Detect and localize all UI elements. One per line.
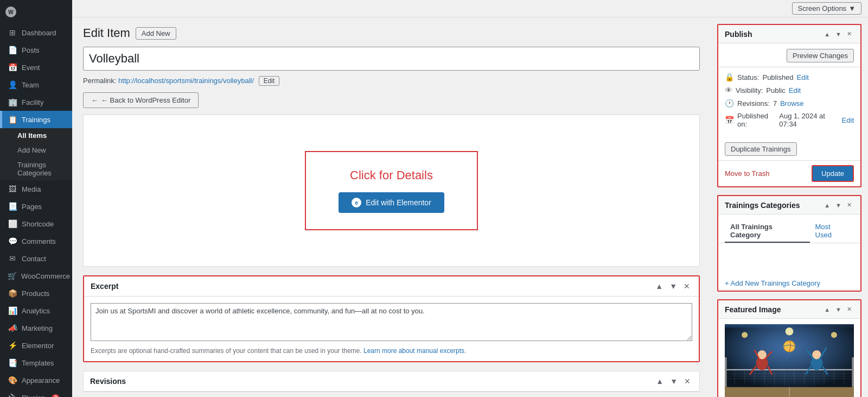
sidebar-item-label: Pages xyxy=(22,203,42,211)
most-used-tab[interactable]: Most Used xyxy=(810,220,854,243)
move-to-trash-link[interactable]: Move to Trash xyxy=(725,169,769,178)
sidebar-item-trainings[interactable]: 📋 Trainings xyxy=(0,111,72,128)
add-new-trainings-category-link[interactable]: + Add New Trainings Category xyxy=(718,276,860,291)
appearance-icon: 🎨 xyxy=(8,376,17,385)
status-icon: 🔒 xyxy=(725,73,734,81)
sidebar-item-pages[interactable]: 📃 Pages xyxy=(0,198,72,215)
publish-info: 🔒 Status: Published Edit 👁 Visibility: P… xyxy=(718,67,860,138)
featured-image-container[interactable]: Click the image to edit or update Remove… xyxy=(718,319,860,397)
sidebar-item-plugins[interactable]: 🔌 Plugins 2 xyxy=(0,389,72,397)
sidebar-item-comments[interactable]: 💬 Comments xyxy=(0,232,72,250)
revisions-collapse-down[interactable]: ▼ xyxy=(668,376,680,387)
sidebar-item-label: Trainings xyxy=(22,116,50,124)
duplicate-trainings-button[interactable]: Duplicate Trainings xyxy=(725,142,797,156)
posts-icon: 📄 xyxy=(8,46,17,54)
excerpt-collapse-up[interactable]: ▲ xyxy=(653,281,665,292)
visibility-edit-link[interactable]: Edit xyxy=(789,86,801,94)
sidebar-item-team[interactable]: 👤 Team xyxy=(0,76,72,93)
permalink-label: Permalink: xyxy=(83,77,116,85)
back-to-editor-button[interactable]: ← ← Back to WordPress Editor xyxy=(83,92,199,108)
sidebar-item-analytics[interactable]: 📊 Analytics xyxy=(0,302,72,319)
sidebar-item-woocommerce[interactable]: 🛒 WooCommerce xyxy=(0,267,72,285)
products-icon: 📦 xyxy=(8,289,17,298)
categories-close[interactable]: ✕ xyxy=(845,200,854,210)
trainings-categories-header: Trainings Categories ▲ ▼ ✕ xyxy=(718,196,860,215)
excerpt-collapse-down[interactable]: ▼ xyxy=(667,281,679,292)
sidebar-item-media[interactable]: 🖼 Media xyxy=(0,180,72,198)
contact-icon: ✉ xyxy=(8,254,17,263)
trainings-categories-box: Trainings Categories ▲ ▼ ✕ All Trainings… xyxy=(717,195,861,292)
featured-image-collapse-up[interactable]: ▲ xyxy=(822,305,832,314)
sidebar-item-label: Plugins xyxy=(22,394,45,398)
permalink-edit-button[interactable]: Edit xyxy=(259,76,280,86)
all-trainings-category-tab[interactable]: All Trainings Category xyxy=(725,220,810,243)
sidebar-item-facility[interactable]: 🏢 Facility xyxy=(0,93,72,111)
featured-image-collapse-down[interactable]: ▼ xyxy=(833,305,844,314)
media-icon: 🖼 xyxy=(8,185,17,193)
sidebar-item-contact[interactable]: ✉ Contact xyxy=(0,250,72,267)
revisions-collapse-up[interactable]: ▲ xyxy=(654,376,666,387)
published-on-edit-link[interactable]: Edit xyxy=(842,116,854,124)
sidebar-item-products[interactable]: 📦 Products xyxy=(0,285,72,302)
submenu-add-new[interactable]: Add New xyxy=(0,143,72,157)
categories-collapse-down[interactable]: ▼ xyxy=(833,200,844,210)
screen-options-button[interactable]: Screen Options ▼ xyxy=(792,2,861,15)
plugins-icon: 🔌 xyxy=(8,393,17,397)
featured-image-title: Featured Image xyxy=(725,305,781,314)
sidebar-item-dashboard[interactable]: ⊞ Dashboard xyxy=(0,24,72,41)
update-button[interactable]: Update xyxy=(812,165,854,182)
page-title-row: Edit Item Add New xyxy=(83,26,700,40)
publish-collapse-up[interactable]: ▲ xyxy=(822,29,832,39)
learn-more-link[interactable]: Learn more about manual excerpts. xyxy=(363,347,466,355)
sidebar-item-marketing[interactable]: 📣 Marketing xyxy=(0,319,72,337)
add-new-button[interactable]: Add New xyxy=(136,27,176,40)
excerpt-textarea[interactable]: Join us at SportsMI and discover a world… xyxy=(91,303,692,341)
revisions-close[interactable]: ✕ xyxy=(682,376,693,387)
revisions-browse-link[interactable]: Browse xyxy=(780,99,803,108)
team-icon: 👤 xyxy=(8,80,17,89)
trainings-categories-title: Trainings Categories xyxy=(725,201,800,210)
sidebar-item-templates[interactable]: 📑 Templates xyxy=(0,354,72,371)
published-on-label: Published on: xyxy=(737,112,776,128)
sidebar-item-event[interactable]: 📅 Event xyxy=(0,59,72,76)
revisions-count: 7 xyxy=(773,99,777,108)
submenu-trainings-categories[interactable]: Trainings Categories xyxy=(0,157,72,180)
svg-point-35 xyxy=(784,341,795,352)
svg-point-1 xyxy=(742,332,748,338)
featured-image-box: Featured Image ▲ ▼ ✕ xyxy=(717,299,861,397)
categories-collapse-up[interactable]: ▲ xyxy=(822,200,832,210)
status-edit-link[interactable]: Edit xyxy=(797,73,809,81)
sidebar: W ⊞ Dashboard 📄 Posts 📅 Event 👤 Team 🏢 F… xyxy=(0,0,72,397)
edit-with-elementor-button[interactable]: e Edit with Elementor xyxy=(339,192,444,213)
featured-image[interactable] xyxy=(725,324,854,397)
sidebar-item-shortcode[interactable]: ⬜ Shortcode xyxy=(0,215,72,232)
publish-collapse-down[interactable]: ▼ xyxy=(833,29,844,39)
sidebar-item-elementor[interactable]: ⚡ Elementor xyxy=(0,337,72,354)
excerpt-title: Excerpt xyxy=(91,282,118,291)
pages-icon: 📃 xyxy=(8,202,17,211)
sidebar-item-appearance[interactable]: 🎨 Appearance xyxy=(0,371,72,389)
elementor-icon: ⚡ xyxy=(8,341,17,350)
page-title: Edit Item xyxy=(83,26,130,40)
comments-icon: 💬 xyxy=(8,237,17,245)
item-title-input[interactable] xyxy=(83,47,700,71)
sidebar-item-label: Contact xyxy=(22,255,46,263)
sidebar-item-label: Media xyxy=(22,185,41,193)
sidebar-item-label: Event xyxy=(22,64,40,72)
sidebar-item-label: Posts xyxy=(22,46,40,54)
preview-changes-button[interactable]: Preview Changes xyxy=(787,49,854,62)
screen-options-label: Screen Options xyxy=(798,4,847,12)
featured-image-header: Featured Image ▲ ▼ ✕ xyxy=(718,300,860,319)
svg-point-2 xyxy=(831,332,837,338)
featured-image-close[interactable]: ✕ xyxy=(845,305,854,314)
publish-close[interactable]: ✕ xyxy=(845,29,854,39)
sidebar-item-label: Facility xyxy=(22,98,43,106)
wordpress-logo-icon: W xyxy=(5,7,16,17)
sidebar-item-posts[interactable]: 📄 Posts xyxy=(0,41,72,59)
submenu-all-items[interactable]: All Items xyxy=(0,128,72,143)
permalink-url[interactable]: http://localhost/sportsmi/trainings/voll… xyxy=(118,77,254,85)
published-on-row: 📅 Published on: Aug 1, 2024 at 07:34 Edi… xyxy=(725,112,854,128)
excerpt-controls: ▲ ▼ ✕ xyxy=(653,281,692,292)
excerpt-close[interactable]: ✕ xyxy=(681,281,692,292)
publish-header: Publish ▲ ▼ ✕ xyxy=(718,25,860,43)
